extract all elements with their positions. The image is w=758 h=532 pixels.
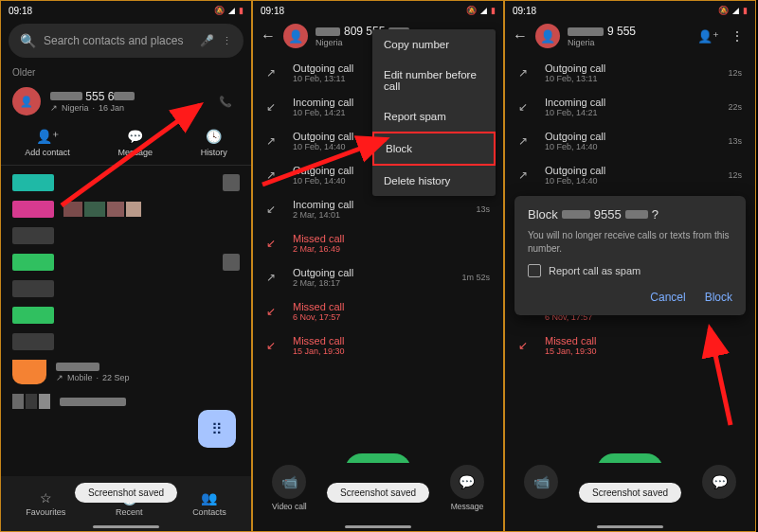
status-time: 09:18 [513,6,536,16]
menu-edit-number[interactable]: Edit number before call [372,60,496,101]
call-duration: 22s [728,102,742,112]
list-item[interactable]: ↗ Mobile · 22 Sep [1,355,251,389]
gesture-bar [345,525,411,528]
call-direction-icon: ↗ [266,66,281,80]
dialpad-icon: ⠿ [211,420,223,438]
menu-block[interactable]: Block [372,132,496,166]
message-button[interactable]: 💬 [702,465,736,499]
list-item[interactable] [1,275,251,302]
call-row[interactable]: ↙Incoming call10 Feb, 14:2122s [505,90,755,124]
avatar: 👤 [12,87,41,115]
battery-icon: ▮ [239,6,244,15]
status-time: 09:18 [261,6,284,16]
message-button[interactable]: 💬Message [117,129,153,157]
contact-actions: 👤⁺Add contact 💬Message 🕓History [1,121,251,166]
toast: Screenshot saved [75,483,177,503]
call-direction-icon: ↗ [518,134,533,148]
call-time: 10 Feb, 14:40 [545,142,716,151]
call-button[interactable]: 📞 [211,87,240,115]
call-row[interactable]: ↙Missed call15 Jan, 19:30 [505,328,755,363]
contact-entry[interactable]: 👤 555 6 ↗ Nigeria · 16 Jan 📞 [1,81,251,121]
list-item[interactable] [1,222,251,249]
menu-copy-number[interactable]: Copy number [372,29,496,60]
status-time: 09:18 [9,6,32,16]
avatar: 👤 [535,24,560,48]
call-row[interactable]: ↙Missed call6 Nov, 17:57 [253,294,503,328]
list-item[interactable] [1,249,251,275]
call-type: Missed call [293,335,478,346]
history-button[interactable]: 🕓History [201,129,227,157]
contact-header: ← 👤 9 555 Nigeria 👤⁺ ⋮ [505,20,755,52]
video-call-button[interactable]: 📹Video call [272,465,307,511]
battery-icon: ▮ [491,6,496,15]
list-item[interactable] [1,196,251,222]
contact-subline: ↗ Nigeria · 16 Jan [50,103,202,113]
block-dialog: Block 9555? You will no longer receive c… [514,196,746,315]
call-time: 15 Jan, 19:30 [545,346,731,356]
call-direction-icon: ↗ [266,168,281,182]
search-placeholder: Search contacts and places [44,34,192,47]
call-direction-icon: ↗ [518,66,533,80]
call-type: Missed call [545,335,731,346]
call-direction-icon: ↗ [266,134,281,148]
call-direction-icon: ↗ [266,271,281,284]
status-bar: 09:18 🔕◢▮ [505,1,755,20]
panel-call-history: 09:18 🔕◢▮ ← 👤 809 555 Nigeria ↗Outgoing … [252,0,504,532]
add-contact-button[interactable]: 👤⁺ [697,29,719,44]
call-direction-icon: ↙ [266,203,281,216]
section-older: Older [1,62,251,81]
nav-contacts[interactable]: 👥Contacts [192,490,226,517]
context-menu: Copy number Edit number before call Repo… [372,29,496,196]
call-direction-icon: ↙ [266,305,281,318]
call-direction-icon: ↙ [518,339,533,352]
call-time: 6 Nov, 17:57 [293,312,478,322]
back-button[interactable]: ← [261,27,276,44]
call-row[interactable]: ↗Outgoing call10 Feb, 13:1112s [505,56,755,90]
more-icon[interactable]: ⋮ [727,28,748,44]
dialog-cancel-button[interactable]: Cancel [650,291,685,304]
call-type: Outgoing call [545,131,716,142]
call-row[interactable]: ↙Missed call2 Mar, 16:49 [253,226,503,260]
call-row[interactable]: ↗Outgoing call10 Feb, 14:4012s [505,158,755,192]
list-item[interactable] [1,302,251,328]
add-person-icon: 👤⁺ [36,129,59,144]
call-row[interactable]: ↗Outgoing call2 Mar, 18:171m 52s [253,260,503,294]
call-duration: 13s [476,204,490,214]
mic-icon[interactable]: 🎤 [200,34,214,47]
call-time: 2 Mar, 16:49 [293,244,478,254]
message-icon: 💬 [459,474,475,489]
message-button[interactable]: 💬Message [450,465,484,511]
search-bar[interactable]: 🔍 Search contacts and places 🎤 ⋮ [9,24,244,58]
more-icon[interactable]: ⋮ [222,35,232,47]
report-spam-checkbox[interactable]: Report call as spam [528,264,732,277]
panel-recent-calls: 09:18 🔕 ◢ ▮ 🔍 Search contacts and places… [0,0,252,532]
dialog-block-button[interactable]: Block [705,291,732,304]
nav-favourites[interactable]: ☆Favourites [26,490,65,517]
add-contact-button[interactable]: 👤⁺Add contact [25,129,70,157]
call-type: Outgoing call [545,165,716,176]
list-item[interactable] [1,169,251,196]
dialpad-fab[interactable]: ⠿ [198,410,236,448]
battery-icon: ▮ [743,6,748,15]
star-icon: ☆ [40,490,52,505]
call-direction-icon: ↙ [266,237,281,250]
people-icon: 👥 [201,490,217,505]
list-item[interactable] [1,328,251,355]
call-row[interactable]: ↙Incoming call2 Mar, 14:0113s [253,192,503,226]
call-direction-icon: ↙ [266,100,281,114]
call-row[interactable]: ↙Missed call15 Jan, 19:30 [253,328,503,363]
status-bar: 09:18 🔕◢▮ [253,1,503,20]
video-call-button[interactable]: 📹 [524,465,558,499]
call-time: 10 Feb, 14:21 [545,108,716,117]
back-button[interactable]: ← [513,27,528,44]
toast: Screenshot saved [327,483,429,503]
bell-off-icon: 🔕 [466,6,477,15]
call-row[interactable]: ↗Outgoing call10 Feb, 14:4013s [505,124,755,158]
signal-icon: ◢ [732,6,739,15]
toast: Screenshot saved [579,483,681,503]
header-number: 9 555 [568,25,690,38]
call-duration: 1m 52s [461,273,490,282]
call-type: Missed call [293,233,478,244]
menu-report-spam[interactable]: Report spam [372,101,496,132]
menu-delete-history[interactable]: Delete history [372,166,496,196]
